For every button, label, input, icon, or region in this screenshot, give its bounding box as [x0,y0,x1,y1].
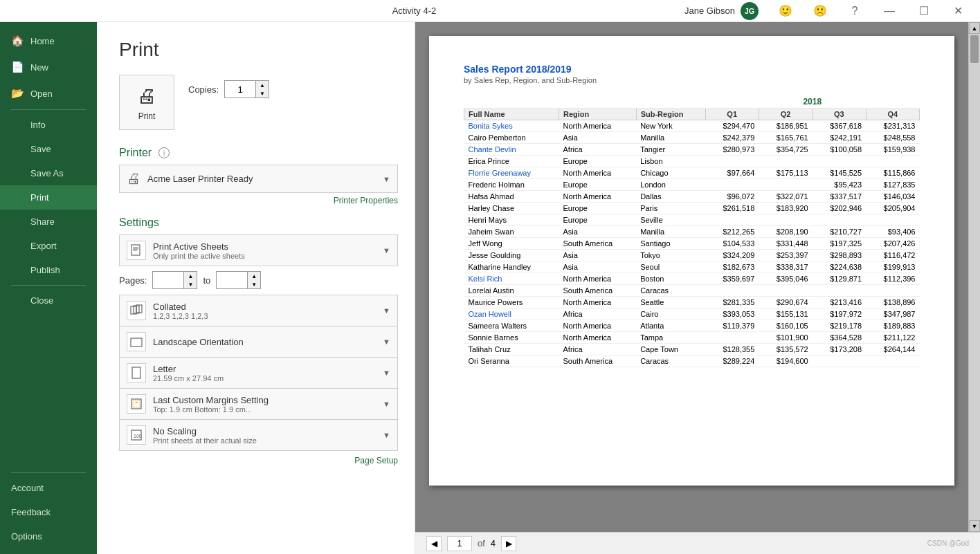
window-controls: 🙂 🙁 ? — ☐ ✕ [770,0,974,22]
cell-q3: $224,638 [813,261,866,273]
pages-to-up[interactable]: ▲ [248,272,260,280]
cell-q3: $173,208 [813,344,866,356]
orientation-setting[interactable]: Landscape Orientation ▼ [119,326,398,358]
frown-icon[interactable]: 🙁 [804,0,836,22]
sidebar-item-print[interactable]: Print [0,185,97,210]
copies-up-arrow[interactable]: ▲ [256,81,269,89]
print-button[interactable]: 🖨 Print [119,75,174,130]
table-row: Chante Devlin Africa Tangier $280,973 $3… [464,144,920,156]
pages-label: Pages: [119,275,147,286]
sidebar-item-save[interactable]: Save [0,137,97,161]
cell-region: North America [559,120,637,132]
preview-scrollbar[interactable]: ▲ ▼ [968,22,980,532]
scrollbar-thumb[interactable] [970,35,979,63]
svg-text:100: 100 [134,434,142,438]
sidebar-item-home[interactable]: 🏠 Home [0,28,97,54]
paper-setting[interactable]: Letter 21.59 cm x 27.94 cm ▼ [119,357,398,389]
copies-down-arrow[interactable]: ▼ [256,89,269,98]
pages-to-down[interactable]: ▼ [248,280,260,288]
cell-q3 [813,214,866,226]
sidebar-divider-2 [11,285,86,286]
printer-info-icon[interactable]: i [158,147,170,158]
collated-setting[interactable]: Collated 1,2,3 1,2,3 1,2,3 ▼ [119,295,398,326]
cell-region: Europe [559,156,637,167]
table-row: Katharine Handley Asia Seoul $182,673 $3… [464,261,920,273]
margins-setting[interactable]: Last Custom Margins Setting Top: 1.9 cm … [119,388,398,420]
cell-q1 [705,214,759,226]
settings-section-title: Settings [119,216,398,229]
orientation-icon [127,332,146,351]
cell-region: Europe [559,203,637,214]
table-row: Jeff Wong South America Santiago $104,53… [464,238,920,250]
table-row: Florrie Greenaway North America Chicago … [464,167,920,179]
paper-icon [127,363,146,382]
cell-q3: $337,517 [813,191,866,203]
table-row: Harley Chase Europe Paris $261,518 $183,… [464,203,920,214]
cell-q4 [866,214,919,226]
copies-label: Copies: [188,84,219,95]
page-of-label: of [478,538,485,548]
svg-rect-7 [131,338,142,347]
cell-q3: $197,972 [813,308,866,320]
sidebar-item-share[interactable]: Share [0,210,97,234]
cell-q4: $159,938 [866,144,919,156]
preview-scroll[interactable]: Sales Report 2018/2019 by Sales Rep, Reg… [415,22,968,532]
cell-name: Henri Mays [464,214,559,226]
maximize-button[interactable]: ☐ [908,0,940,22]
printer-select[interactable]: 🖨 Acme Laser Printer Ready ▼ [119,165,398,193]
pages-from-down[interactable]: ▼ [184,280,197,288]
page-setup-link[interactable]: Page Setup [119,456,398,465]
sidebar-item-new[interactable]: 📄 New [0,54,97,80]
help-icon[interactable]: ? [839,0,871,22]
cell-sub: Cairo [636,308,705,320]
pages-from-input[interactable] [153,272,183,288]
cell-sub: Seattle [636,297,705,308]
sidebar-item-feedback[interactable]: Feedback [0,500,97,524]
close-button[interactable]: ✕ [943,0,974,22]
pages-to-wrap: ▲ ▼ [216,271,261,289]
cell-q2: $331,448 [759,238,812,250]
pages-to-input[interactable] [217,272,247,288]
table-row: Maurice Powers North America Seattle $28… [464,297,920,308]
cell-q4: $116,472 [866,250,919,261]
scrollbar-down[interactable]: ▼ [969,520,980,532]
cell-q3 [813,156,866,167]
page-title: Print [119,39,398,61]
smiley-icon[interactable]: 🙂 [770,0,801,22]
sidebar-divider-1 [11,109,86,110]
next-page-button[interactable]: ▶ [501,536,516,551]
paper-main: Letter [153,364,376,374]
sidebar-item-save-as[interactable]: Save As [0,161,97,185]
sidebar-item-open[interactable]: 📂 Open [0,80,97,107]
sidebar: 🏠 Home 📄 New 📂 Open Info Save [0,22,97,554]
page-number-input[interactable] [447,536,472,551]
cell-q1: $128,355 [705,344,759,356]
print-sheets-text: Print Active Sheets Only print the activ… [153,241,376,260]
copies-input[interactable] [225,81,255,98]
sidebar-item-publish[interactable]: Publish [0,258,97,282]
pages-from-up[interactable]: ▲ [184,272,197,280]
prev-page-button[interactable]: ◀ [426,536,442,551]
scaling-setting[interactable]: 100 No Scaling Print sheets at their act… [119,419,398,451]
sidebar-item-export[interactable]: Export [0,234,97,258]
print-page: Print 🖨 Print Copies: ▲ ▼ [97,22,980,554]
cell-q2: $290,674 [759,297,812,308]
sidebar-item-info[interactable]: Info [0,113,97,137]
cell-q2: $338,317 [759,261,812,273]
printer-device-icon: 🖨 [127,171,140,187]
minimize-button[interactable]: — [873,0,905,22]
cell-sub: Tangier [636,144,705,156]
sidebar-item-close[interactable]: Close [0,288,97,313]
cell-q3: $242,191 [813,132,866,144]
scrollbar-up[interactable]: ▲ [969,22,980,34]
sidebar-item-options[interactable]: Options [0,524,97,548]
cell-q2: $135,572 [759,344,812,356]
cell-q3: $100,058 [813,144,866,156]
cell-name: Jesse Goulding [464,250,559,261]
printer-properties-link[interactable]: Printer Properties [119,196,398,205]
table-row: Erica Prince Europe Lisbon [464,156,920,167]
sidebar-item-account[interactable]: Account [0,476,97,500]
cell-q1: $281,335 [705,297,759,308]
cell-q4 [866,356,919,367]
print-sheets-setting[interactable]: Print Active Sheets Only print the activ… [119,234,398,266]
